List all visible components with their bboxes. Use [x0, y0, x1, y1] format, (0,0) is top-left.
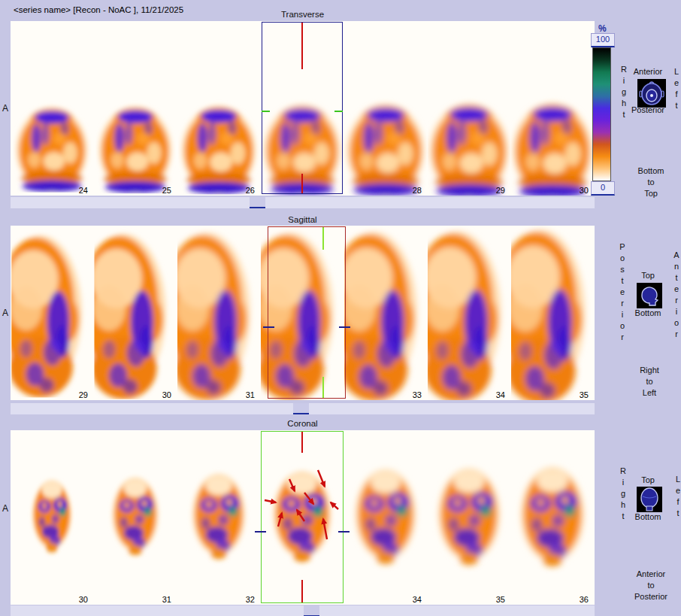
scrollbar-thumb[interactable] — [250, 197, 265, 208]
slice-number: 36 — [580, 595, 589, 604]
slice-cell[interactable] — [261, 21, 344, 196]
slice-number: 33 — [413, 390, 422, 399]
slice-number: 29 — [79, 390, 88, 399]
slice-cell[interactable]: 31 — [177, 226, 261, 400]
brain-slice-image — [177, 226, 261, 400]
slice-cell[interactable]: 35 — [428, 430, 511, 605]
slice-cell[interactable] — [261, 430, 344, 605]
slice-cell[interactable]: 34 — [344, 430, 428, 605]
colorbar-unit-label: % — [598, 23, 607, 34]
brain-slice-image — [511, 430, 595, 605]
brain-slice-image — [177, 21, 261, 196]
slice-cell[interactable]: 32 — [177, 430, 261, 605]
orientation-right-label: Anterior — [672, 250, 680, 341]
brain-slice-image — [344, 430, 428, 605]
orientation-top-label: Anterior — [624, 67, 672, 76]
brain-slice-image — [261, 21, 344, 196]
view-label-transverse: Transverse — [11, 10, 595, 19]
slice-cell[interactable]: 26 — [177, 21, 261, 196]
slice-cell[interactable]: 29 — [428, 21, 511, 196]
slice-number: 24 — [79, 186, 88, 195]
brain-slice-image — [94, 226, 177, 400]
direction-label: Anterior — [619, 569, 681, 578]
slice-number: 29 — [496, 186, 505, 195]
colorbar-gradient — [592, 47, 611, 181]
slice-number: 25 — [162, 186, 171, 195]
head-coronal-icon — [637, 487, 662, 512]
orientation-bottom-label: Posterior — [619, 105, 676, 114]
slice-cell[interactable]: 30 — [94, 226, 177, 400]
slice-number: 26 — [246, 186, 255, 195]
brain-slice-image — [511, 21, 595, 196]
coronal-slice-row: 30 31 32 34 35 36 — [11, 430, 595, 605]
slice-number: 35 — [580, 390, 589, 399]
slice-cell[interactable] — [261, 226, 344, 400]
orientation-left-label: Posterior — [618, 242, 626, 344]
slice-cell[interactable]: 36 — [511, 430, 595, 605]
slice-number: 31 — [162, 595, 171, 604]
direction-label: to — [627, 377, 672, 386]
brain-slice-image — [11, 226, 94, 400]
slice-number: 34 — [413, 595, 422, 604]
slice-cell[interactable]: 28 — [344, 21, 428, 196]
sagittal-slice-row: 29 30 31 33 34 35 — [11, 226, 595, 400]
transverse-slice-row: 24 25 26 28 29 30 — [11, 21, 595, 196]
slice-cell[interactable]: 30 — [11, 430, 94, 605]
brain-slice-image — [511, 226, 595, 400]
brain-slice-image — [428, 430, 511, 605]
slice-cell[interactable]: 34 — [428, 226, 511, 400]
direction-label: to — [619, 581, 681, 590]
direction-label: Bottom — [628, 166, 673, 175]
head-axial-icon — [637, 79, 666, 108]
slice-cell[interactable]: 31 — [94, 430, 177, 605]
slice-cell[interactable]: 25 — [94, 21, 177, 196]
orientation-bottom-label: Bottom — [623, 308, 673, 317]
slice-number: 30 — [79, 595, 88, 604]
brain-slice-image — [261, 430, 344, 605]
orientation-top-label: Top — [628, 271, 667, 280]
view-label-coronal: Coronal — [11, 419, 595, 428]
direction-label: Top — [628, 189, 673, 198]
brain-slice-image — [11, 21, 94, 196]
slice-number: 35 — [496, 595, 505, 604]
slice-cell[interactable]: 24 — [11, 21, 94, 196]
slice-number: 31 — [246, 390, 255, 399]
scrollbar-thumb[interactable] — [293, 403, 309, 414]
orientation-a-label: A — [2, 103, 8, 114]
direction-label: Left — [627, 388, 672, 397]
slice-number: 30 — [162, 390, 171, 399]
brain-slice-image — [177, 430, 261, 605]
brain-slice-image — [94, 430, 177, 605]
slice-cell[interactable]: 33 — [344, 226, 428, 400]
brain-slice-image — [11, 430, 94, 605]
slice-cell[interactable]: 30 — [511, 21, 595, 196]
slice-cell[interactable]: 29 — [11, 226, 94, 400]
orientation-a-label: A — [2, 308, 8, 318]
direction-label: Posterior — [619, 592, 681, 601]
brain-slice-image — [94, 21, 177, 196]
view-label-sagittal: Sagittal — [11, 215, 595, 224]
slice-number: 34 — [496, 390, 505, 399]
coronal-scrollbar[interactable] — [11, 605, 595, 616]
sagittal-scrollbar[interactable] — [11, 403, 595, 414]
orientation-top-label: Top — [628, 475, 667, 484]
direction-label: Right — [627, 366, 672, 375]
orientation-right-label: Left — [673, 475, 681, 520]
head-sagittal-icon — [637, 283, 662, 308]
slice-number: 30 — [580, 186, 589, 195]
slice-number: 28 — [413, 186, 422, 195]
colorbar-min-value[interactable]: 0 — [591, 181, 615, 196]
slice-cell[interactable]: 35 — [511, 226, 595, 400]
brain-slice-image — [344, 21, 428, 196]
scrollbar-thumb[interactable] — [304, 605, 319, 616]
orientation-a-label: A — [2, 503, 8, 514]
transverse-scrollbar[interactable] — [11, 197, 595, 208]
brain-slice-image — [428, 226, 511, 400]
colorbar-max-value[interactable]: 100 — [591, 33, 615, 47]
slice-number: 32 — [246, 595, 255, 604]
brain-slice-image — [261, 226, 344, 400]
direction-label: to — [628, 178, 673, 187]
orientation-right-label: Left — [672, 67, 680, 112]
brain-slice-image — [428, 21, 511, 196]
orientation-bottom-label: Bottom — [623, 512, 673, 521]
